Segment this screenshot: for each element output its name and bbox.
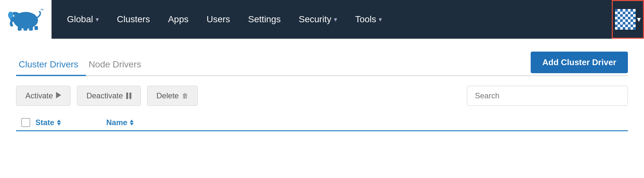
tab-node-drivers-label: Node Drivers <box>89 59 141 69</box>
svg-rect-7 <box>29 27 33 31</box>
state-column-label: State <box>35 118 54 127</box>
svg-text:™: ™ <box>40 8 43 13</box>
nav-item-security[interactable]: Security ▾ <box>290 0 346 39</box>
svg-rect-17 <box>628 12 630 14</box>
nav-label-apps: Apps <box>168 14 189 25</box>
svg-rect-28 <box>620 19 623 22</box>
svg-rect-19 <box>615 14 618 17</box>
nav-label-users: Users <box>206 14 230 25</box>
svg-rect-30 <box>630 19 633 22</box>
navbar-right: ▾ <box>612 0 644 39</box>
svg-rect-26 <box>633 17 636 19</box>
svg-rect-20 <box>620 14 623 17</box>
svg-rect-6 <box>24 27 27 31</box>
add-cluster-driver-button[interactable]: Add Cluster Driver <box>531 52 628 73</box>
activate-label: Activate <box>25 91 53 100</box>
tab-cluster-drivers[interactable]: Cluster Drivers <box>16 55 86 76</box>
nav-label-settings: Settings <box>248 14 281 25</box>
svg-rect-11 <box>615 9 618 12</box>
nav-item-clusters[interactable]: Clusters <box>108 0 159 39</box>
svg-rect-16 <box>623 12 625 14</box>
svg-rect-36 <box>620 25 623 27</box>
svg-rect-12 <box>620 9 623 12</box>
svg-rect-14 <box>630 9 633 12</box>
svg-rect-18 <box>633 12 636 14</box>
nav-label-security: Security <box>299 14 331 25</box>
name-column-label: Name <box>106 118 127 127</box>
rancher-elephant-icon: ™ <box>8 8 43 31</box>
nav-item-global[interactable]: Global ▾ <box>58 0 108 39</box>
nav-item-users[interactable]: Users <box>197 0 239 39</box>
svg-rect-39 <box>618 27 620 30</box>
nav-item-apps[interactable]: Apps <box>159 0 198 39</box>
main-content: Cluster Drivers Node Drivers Add Cluster… <box>0 39 644 131</box>
navbar-menu: Global ▾ Clusters Apps Users Settings Se… <box>52 0 612 39</box>
chevron-down-icon: ▾ <box>96 15 99 23</box>
svg-rect-24 <box>623 17 625 19</box>
svg-rect-32 <box>623 22 625 25</box>
select-all-checkbox-container <box>16 118 35 127</box>
pause-icon <box>126 93 131 99</box>
svg-rect-38 <box>630 25 633 27</box>
play-icon <box>56 91 61 100</box>
nav-label-clusters: Clusters <box>117 14 150 25</box>
add-cluster-driver-label: Add Cluster Driver <box>542 57 616 67</box>
svg-rect-41 <box>628 27 630 30</box>
nav-item-tools[interactable]: Tools ▾ <box>346 0 391 39</box>
deactivate-button[interactable]: Deactivate <box>77 86 140 106</box>
search-input[interactable] <box>467 86 628 106</box>
profile-menu-button[interactable]: ▾ <box>612 0 644 39</box>
nav-item-settings[interactable]: Settings <box>239 0 290 39</box>
svg-point-2 <box>8 12 13 19</box>
tab-node-drivers[interactable]: Node Drivers <box>86 55 149 76</box>
trash-icon: 🗑 <box>182 92 188 100</box>
activate-button[interactable]: Activate <box>16 86 71 106</box>
svg-rect-29 <box>625 19 628 22</box>
tab-cluster-drivers-label: Cluster Drivers <box>19 59 78 69</box>
svg-rect-33 <box>628 22 630 25</box>
nav-label-tools: Tools <box>355 14 376 25</box>
profile-chevron-icon: ▾ <box>637 15 641 24</box>
svg-rect-34 <box>633 22 636 25</box>
toolbar: Activate Deactivate Delete 🗑 <box>16 76 628 112</box>
state-sort-icon <box>57 120 61 125</box>
name-sort-icon <box>130 120 134 125</box>
column-header-name[interactable]: Name <box>106 118 203 127</box>
column-header-state[interactable]: State <box>35 118 106 127</box>
delete-label: Delete <box>156 91 179 100</box>
tabs-row: Cluster Drivers Node Drivers Add Cluster… <box>16 52 628 76</box>
svg-rect-5 <box>18 27 22 31</box>
svg-rect-27 <box>615 19 618 22</box>
chevron-down-icon-security: ▾ <box>334 15 337 23</box>
svg-rect-40 <box>623 27 625 30</box>
svg-rect-31 <box>618 22 620 25</box>
table-header: State Name <box>16 112 628 131</box>
tabs: Cluster Drivers Node Drivers <box>16 55 149 75</box>
brand-logo: ™ <box>0 0 52 39</box>
delete-button[interactable]: Delete 🗑 <box>147 86 198 106</box>
svg-point-4 <box>14 15 15 16</box>
svg-rect-15 <box>618 12 620 14</box>
deactivate-label: Deactivate <box>86 91 123 100</box>
svg-rect-22 <box>630 14 633 17</box>
svg-rect-23 <box>618 17 620 19</box>
svg-rect-37 <box>625 25 628 27</box>
select-all-checkbox[interactable] <box>21 118 30 127</box>
svg-rect-35 <box>615 25 618 27</box>
svg-rect-8 <box>34 26 38 30</box>
search-container <box>467 86 628 106</box>
svg-rect-21 <box>625 14 628 17</box>
profile-avatar-icon <box>615 9 636 30</box>
svg-rect-42 <box>633 27 636 30</box>
svg-rect-25 <box>628 17 630 19</box>
nav-label-global: Global <box>67 14 93 25</box>
svg-rect-13 <box>625 9 628 12</box>
chevron-down-icon-tools: ▾ <box>379 15 382 23</box>
navbar: ™ Global ▾ Clusters Apps Users Settings … <box>0 0 644 39</box>
